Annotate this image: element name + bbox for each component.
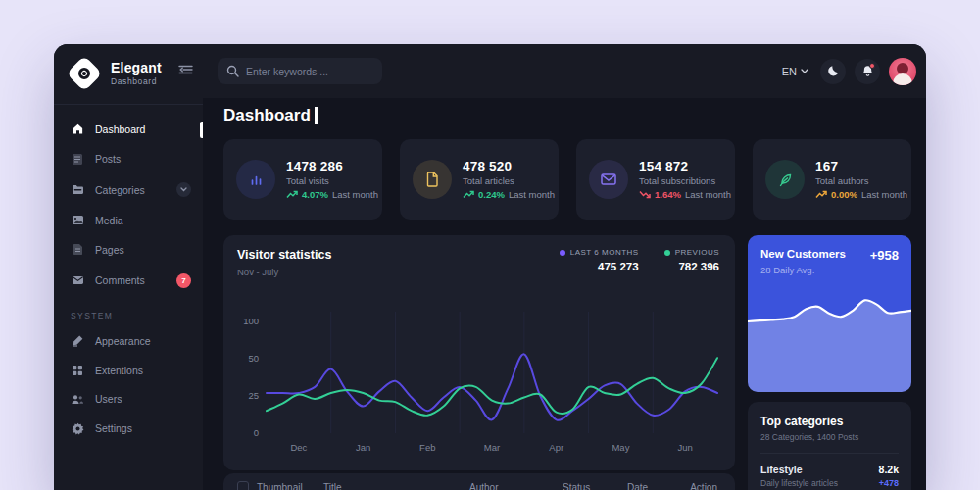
pages-icon	[71, 243, 84, 256]
logo: Elegant Dashboard	[54, 44, 203, 102]
users-icon	[71, 394, 84, 405]
svg-text:May: May	[612, 442, 629, 453]
stat-card-total-articles: 478 520 Total articles 0.24%Last month	[400, 139, 559, 220]
sidebar-item-dashboard[interactable]: Dashboard	[54, 115, 203, 143]
posts-table-card: Thumbnail Title Author Status Date Actio…	[223, 473, 735, 490]
sidebar-item-settings[interactable]: Settings	[54, 415, 203, 443]
svg-text:0: 0	[254, 427, 259, 438]
trend-flat-icon	[815, 189, 827, 200]
svg-text:Jan: Jan	[356, 442, 370, 453]
sidebar: Elegant Dashboard Dashboard	[54, 44, 203, 490]
sidebar-system-menu: Appearance Extentions Users	[54, 326, 203, 443]
top-categories-card: Top categories 28 Categories, 1400 Posts…	[748, 402, 911, 490]
sidebar-divider	[54, 104, 203, 105]
column-author: Author	[469, 482, 563, 490]
legend-dot	[664, 250, 670, 256]
svg-text:Dec: Dec	[290, 442, 307, 453]
visitor-statistics-chart: DecJanFebMarAprMayJun02550100	[237, 292, 721, 461]
feather-icon	[765, 160, 805, 199]
svg-text:Jun: Jun	[677, 442, 692, 453]
sidebar-item-appearance[interactable]: Appearance	[54, 326, 203, 355]
main-content: Dashboard 1478 286 Total visits 4.07%Las…	[203, 98, 926, 490]
sidebar-section-label: SYSTEM	[54, 297, 203, 326]
search-input[interactable]	[246, 66, 373, 77]
stat-card-total-authors: 167 Total authors 0.00%Last month	[753, 139, 911, 220]
chart-title: Visitor statistics	[237, 248, 331, 262]
logo-subtitle: Dashboard	[111, 76, 162, 86]
category-item-lifestyle[interactable]: Lifestyle8.2k Daily lifestyle articles+4…	[760, 453, 899, 488]
language-selector[interactable]: EN	[782, 66, 808, 77]
new-customers-sparkline	[748, 294, 911, 392]
home-icon	[71, 122, 84, 135]
trend-up-icon	[463, 189, 474, 200]
sidebar-item-pages[interactable]: Pages	[54, 235, 203, 264]
moon-icon	[827, 65, 840, 77]
svg-text:Feb: Feb	[419, 442, 435, 453]
stat-card-total-subscriptions: 154 872 Total subscribtions 1.64%Last mo…	[576, 139, 735, 220]
sidebar-item-users[interactable]: Users	[54, 385, 203, 413]
text-caret	[315, 107, 318, 124]
media-icon	[71, 215, 84, 225]
legend-item-last-6-months: LAST 6 MONTHS 475 273	[560, 248, 639, 277]
svg-text:Mar: Mar	[484, 442, 500, 453]
chevron-down-icon	[801, 69, 808, 74]
avatar[interactable]	[889, 58, 916, 85]
select-all-checkbox[interactable]	[237, 481, 249, 490]
categories-icon	[71, 184, 84, 195]
topbar: EN	[203, 44, 926, 98]
legend-item-previous: PREVIOUS 782 396	[664, 248, 719, 277]
notification-dot	[869, 63, 875, 69]
appearance-icon	[71, 334, 84, 347]
legend-dot	[560, 250, 565, 256]
svg-text:25: 25	[248, 390, 259, 401]
sidebar-item-extensions[interactable]: Extentions	[54, 357, 203, 384]
posts-icon	[71, 153, 84, 166]
column-date: Date	[627, 482, 676, 490]
sidebar-item-categories[interactable]: Categories	[54, 174, 203, 205]
new-customers-card: New Customers 28 Daily Avg. +958	[748, 235, 911, 392]
new-customers-delta: +958	[870, 248, 899, 263]
svg-text:50: 50	[248, 353, 259, 364]
settings-icon	[71, 422, 84, 435]
svg-text:Apr: Apr	[549, 442, 564, 453]
svg-text:100: 100	[243, 316, 259, 326]
bar-chart-icon	[236, 160, 275, 199]
logo-title: Elegant	[111, 61, 162, 75]
trend-up-icon	[286, 189, 298, 200]
sidebar-menu: Dashboard Posts Categories	[54, 115, 203, 296]
column-status: Status	[563, 482, 627, 490]
visitor-statistics-card: Visitor statistics Nov - July LAST 6 MON…	[223, 235, 735, 470]
stat-card-total-visits: 1478 286 Total visits 4.07%Last month	[223, 139, 382, 220]
mail-icon	[589, 160, 628, 199]
chart-legend: LAST 6 MONTHS 475 273 PREVIOUS 782 396	[560, 248, 719, 277]
search-icon	[226, 65, 239, 77]
sidebar-collapse-icon[interactable]	[178, 64, 193, 75]
table-header-row: Thumbnail Title Author Status Date Actio…	[237, 481, 717, 490]
desktop-background: Elegant Dashboard Dashboard	[0, 0, 980, 490]
search-bar[interactable]	[218, 58, 382, 84]
logo-icon	[67, 56, 103, 92]
app-window: Elegant Dashboard Dashboard	[54, 44, 926, 490]
comments-icon	[71, 275, 84, 285]
chevron-down-icon[interactable]	[176, 182, 191, 197]
chart-subtitle: Nov - July	[237, 267, 331, 277]
page-title: Dashboard	[223, 106, 318, 125]
comments-badge: 7	[176, 273, 191, 288]
sidebar-item-posts[interactable]: Posts	[54, 145, 203, 173]
trend-down-icon	[639, 189, 651, 200]
column-action: Action	[676, 482, 717, 490]
column-thumbnail: Thumbnail	[257, 482, 304, 490]
article-icon	[413, 160, 452, 199]
extensions-icon	[71, 365, 84, 376]
column-title: Title	[323, 482, 469, 490]
notifications-button[interactable]	[855, 59, 880, 84]
sidebar-item-comments[interactable]: Comments 7	[54, 266, 203, 296]
dark-mode-toggle[interactable]	[820, 59, 846, 84]
sidebar-item-media[interactable]: Media	[54, 207, 203, 234]
